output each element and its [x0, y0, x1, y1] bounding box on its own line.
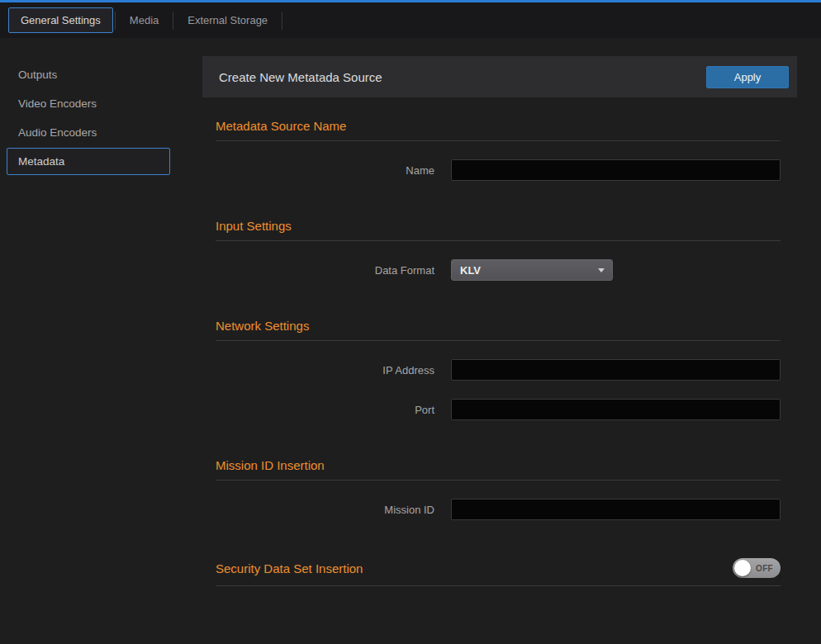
port-row: Port: [216, 399, 781, 420]
form-sections: Metadata Source Name Name Input Settings…: [202, 119, 797, 586]
section-title-mission-id-insertion: Mission ID Insertion: [216, 458, 325, 472]
port-label: Port: [216, 404, 451, 416]
data-format-selected-value: KLV: [460, 264, 481, 277]
section-title-input-settings: Input Settings: [216, 219, 292, 233]
tab-separator: [282, 12, 282, 30]
mission-id-input[interactable]: [451, 499, 781, 520]
sidebar-item-outputs[interactable]: Outputs: [7, 61, 170, 88]
section-title-network-settings: Network Settings: [216, 319, 309, 333]
tab-general-settings[interactable]: General Settings: [8, 7, 113, 33]
tab-separator: [115, 12, 116, 30]
name-row: Name: [216, 159, 781, 181]
chevron-down-icon: [598, 268, 605, 272]
section-mission-id-insertion: Mission ID Insertion: [216, 458, 781, 481]
ip-address-input[interactable]: [451, 359, 781, 381]
page-title: Create New Metatada Source: [219, 70, 382, 84]
section-title-metadata-source-name: Metadata Source Name: [216, 119, 346, 133]
tab-separator: [173, 12, 173, 30]
ip-address-row: IP Address: [216, 359, 781, 381]
section-network-settings: Network Settings: [216, 319, 781, 341]
top-tab-bar: General Settings Media External Storage: [0, 0, 821, 38]
section-metadata-source-name: Metadata Source Name: [216, 119, 781, 141]
main-panel: Create New Metatada Source Apply Metadat…: [202, 38, 797, 644]
tab-media[interactable]: Media: [117, 7, 171, 33]
sidebar-item-video-encoders[interactable]: Video Encoders: [7, 90, 170, 117]
toggle-knob-icon: [734, 560, 751, 576]
mission-id-label: Mission ID: [216, 504, 451, 516]
data-format-dropdown[interactable]: KLV: [451, 259, 613, 281]
sidebar-item-audio-encoders[interactable]: Audio Encoders: [7, 119, 170, 146]
panel-header: Create New Metatada Source Apply: [202, 56, 797, 97]
data-format-row: Data Format KLV: [216, 259, 781, 281]
section-input-settings: Input Settings: [216, 219, 781, 241]
data-format-label: Data Format: [216, 264, 451, 277]
ip-address-label: IP Address: [216, 364, 451, 376]
apply-button[interactable]: Apply: [706, 66, 789, 88]
page-layout: Outputs Video Encoders Audio Encoders Me…: [0, 38, 821, 644]
section-title-security-data-set-insertion: Security Data Set Insertion: [216, 561, 363, 575]
sidebar-item-metadata[interactable]: Metadata: [7, 148, 170, 175]
security-data-set-toggle[interactable]: OFF: [733, 558, 781, 578]
tab-external-storage[interactable]: External Storage: [175, 7, 280, 33]
sidebar: Outputs Video Encoders Audio Encoders Me…: [0, 38, 202, 644]
section-security-data-set-insertion: Security Data Set Insertion OFF: [216, 558, 781, 586]
name-input[interactable]: [451, 159, 781, 181]
port-input[interactable]: [451, 399, 781, 420]
toggle-state-label: OFF: [756, 564, 773, 573]
name-label: Name: [216, 164, 451, 177]
mission-id-row: Mission ID: [216, 499, 781, 520]
